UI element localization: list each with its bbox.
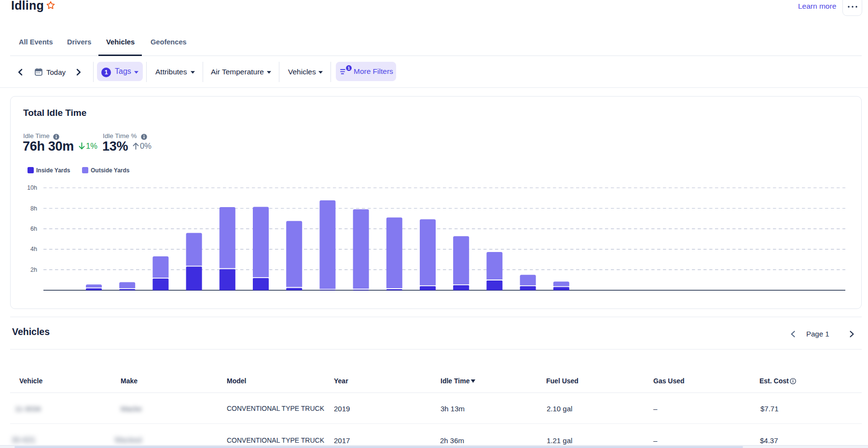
svg-text:8h: 8h — [30, 205, 37, 212]
svg-text:1: 1 — [347, 65, 350, 70]
svg-text:10h: 10h — [27, 184, 37, 191]
svg-text:2h: 2h — [30, 266, 37, 273]
svg-text:6h: 6h — [30, 225, 37, 232]
svg-text:4h: 4h — [30, 246, 37, 252]
